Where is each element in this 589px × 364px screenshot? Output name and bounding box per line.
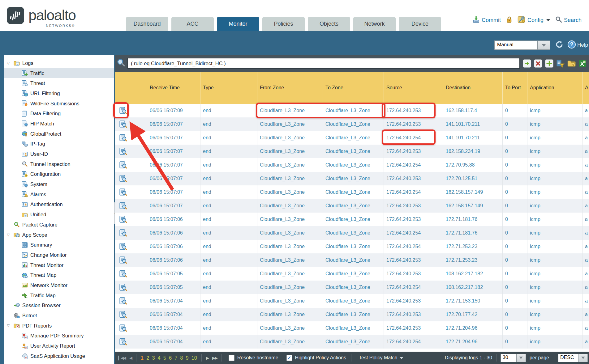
sidebar-item-botnet[interactable]: Botnet bbox=[4, 311, 114, 321]
next-page-icon[interactable]: ▶ bbox=[206, 356, 209, 360]
lock-icon[interactable] bbox=[505, 16, 513, 25]
sidebar-item-globalprotect[interactable]: GlobalProtect bbox=[4, 129, 114, 139]
column-header-a[interactable]: A bbox=[583, 72, 589, 104]
log-detail-icon[interactable] bbox=[115, 267, 131, 281]
expander-icon[interactable]: ▽ bbox=[7, 61, 14, 65]
save-filter-icon[interactable] bbox=[556, 59, 565, 68]
log-detail-icon[interactable] bbox=[115, 199, 131, 213]
last-page-icon[interactable]: ▶▶ bbox=[212, 356, 217, 360]
sidebar-item-user-activity-report[interactable]: User Activity Report bbox=[4, 341, 114, 351]
tab-device[interactable]: Device bbox=[399, 17, 441, 31]
prev-page-icon[interactable]: ◀ bbox=[129, 356, 132, 360]
sidebar-item-configuration[interactable]: Configuration bbox=[4, 169, 114, 180]
page-number-10[interactable]: 10 bbox=[191, 355, 197, 361]
resolve-hostname-checkbox[interactable] bbox=[229, 355, 234, 361]
commit-button[interactable]: Commit bbox=[472, 16, 501, 25]
sidebar-item-traffic[interactable]: Traffic bbox=[4, 68, 114, 78]
log-detail-icon[interactable] bbox=[115, 253, 131, 267]
page-number-2[interactable]: 2 bbox=[146, 355, 149, 361]
log-detail-icon[interactable] bbox=[115, 117, 131, 131]
log-detail-icon[interactable] bbox=[115, 294, 131, 308]
log-detail-icon[interactable] bbox=[115, 172, 131, 185]
log-detail-icon[interactable] bbox=[115, 281, 131, 294]
sidebar-item-authentication[interactable]: Authentication bbox=[4, 200, 114, 210]
sidebar-item-app-scope[interactable]: ▽App Scope bbox=[4, 230, 114, 240]
sidebar-item-threat-monitor[interactable]: Threat Monitor bbox=[4, 260, 114, 270]
sidebar-item-change-monitor[interactable]: Change Monitor bbox=[4, 250, 114, 260]
sidebar-item-packet-capture[interactable]: Packet Capture bbox=[4, 220, 114, 230]
load-filter-icon[interactable] bbox=[567, 59, 576, 68]
page-number-9[interactable]: 9 bbox=[186, 355, 189, 361]
column-header-to-port[interactable]: To Port bbox=[503, 72, 527, 104]
sidebar-item-network-monitor[interactable]: Network Monitor bbox=[4, 280, 114, 290]
config-menu[interactable]: Config bbox=[518, 15, 550, 25]
tab-network[interactable]: Network bbox=[353, 17, 396, 31]
sort-order-select[interactable]: DESC bbox=[558, 354, 588, 362]
column-header-from-zone[interactable]: From Zone bbox=[257, 72, 323, 104]
sidebar-item-ip-tag[interactable]: IP-Tag bbox=[4, 139, 114, 149]
sidebar-item-summary[interactable]: Summary bbox=[4, 240, 114, 250]
page-size-select[interactable]: 30 bbox=[501, 354, 526, 362]
log-detail-icon[interactable] bbox=[115, 185, 131, 199]
clear-filter-button[interactable] bbox=[534, 59, 542, 68]
tab-acc[interactable]: ACC bbox=[171, 17, 214, 31]
log-filter-input[interactable] bbox=[127, 58, 520, 69]
apply-filter-button[interactable] bbox=[523, 59, 531, 68]
tab-monitor[interactable]: Monitor bbox=[217, 17, 259, 31]
expander-icon[interactable]: ▽ bbox=[7, 233, 14, 237]
log-detail-icon[interactable] bbox=[115, 213, 131, 226]
refresh-icon[interactable] bbox=[555, 40, 564, 50]
sidebar-item-session-browser[interactable]: Session Browser bbox=[4, 301, 114, 311]
search-button[interactable]: Search bbox=[555, 16, 582, 24]
log-detail-icon[interactable] bbox=[115, 104, 131, 117]
first-page-icon[interactable]: ▎◀◀ bbox=[118, 356, 126, 360]
page-size-dropdown-button[interactable] bbox=[517, 354, 526, 362]
sidebar-item-alarms[interactable]: Alarms bbox=[4, 189, 114, 200]
export-icon[interactable] bbox=[578, 59, 587, 68]
sidebar-item-data-filtering[interactable]: Data Filtering bbox=[4, 108, 114, 119]
refresh-mode-select[interactable]: Manual bbox=[494, 40, 550, 50]
sidebar-item-threat[interactable]: Threat bbox=[4, 78, 114, 88]
column-header-destination[interactable]: Destination bbox=[443, 72, 503, 104]
sidebar-item-threat-map[interactable]: Threat Map bbox=[4, 270, 114, 280]
log-detail-icon[interactable] bbox=[115, 145, 131, 158]
tab-policies[interactable]: Policies bbox=[262, 17, 305, 31]
page-number-7[interactable]: 7 bbox=[174, 355, 177, 361]
help-label[interactable]: Help bbox=[577, 42, 588, 48]
sidebar-item-tunnel-inspection[interactable]: Tunnel Inspection bbox=[4, 159, 114, 169]
sidebar-item-url-filtering[interactable]: URL Filtering bbox=[4, 88, 114, 99]
refresh-mode-dropdown-button[interactable] bbox=[537, 40, 550, 50]
sidebar-item-manage-pdf-summary[interactable]: Manage PDF Summary bbox=[4, 331, 114, 341]
test-policy-match-button[interactable]: Test Policy Match bbox=[359, 355, 403, 361]
log-detail-icon[interactable] bbox=[115, 158, 131, 172]
log-detail-icon[interactable] bbox=[115, 226, 131, 240]
log-detail-icon[interactable] bbox=[115, 321, 131, 335]
add-filter-button[interactable] bbox=[545, 59, 553, 68]
page-number-6[interactable]: 6 bbox=[169, 355, 172, 361]
sidebar-item-wildfire-submissions[interactable]: WildFire Submissions bbox=[4, 99, 114, 109]
column-header-receive-time[interactable]: Receive Time bbox=[147, 72, 200, 104]
log-detail-icon[interactable] bbox=[115, 308, 131, 321]
column-header-to-zone[interactable]: To Zone bbox=[323, 72, 384, 104]
sidebar-item-user-id[interactable]: User-ID bbox=[4, 149, 114, 159]
column-header-application[interactable]: Application bbox=[527, 72, 583, 104]
sidebar-item-pdf-reports[interactable]: ▽PDF Reports bbox=[4, 321, 114, 331]
sort-order-dropdown-button[interactable] bbox=[578, 354, 588, 362]
page-number-5[interactable]: 5 bbox=[163, 355, 166, 361]
sidebar-item-logs[interactable]: ▽Logs bbox=[4, 58, 114, 68]
page-number-1[interactable]: 1 bbox=[141, 355, 144, 361]
column-header-type[interactable]: Type bbox=[200, 72, 257, 104]
sidebar-item-hip-match[interactable]: HIP Match bbox=[4, 119, 114, 129]
sidebar-item-unified[interactable]: Unified bbox=[4, 210, 114, 220]
expander-icon[interactable]: ▽ bbox=[7, 324, 14, 328]
log-detail-icon[interactable] bbox=[115, 131, 131, 145]
sidebar-item-traffic-map[interactable]: Traffic Map bbox=[4, 290, 114, 301]
log-detail-icon[interactable] bbox=[115, 335, 131, 349]
sidebar-item-saas-application-usage[interactable]: SaaS Application Usage bbox=[4, 351, 114, 361]
tab-objects[interactable]: Objects bbox=[308, 17, 350, 31]
page-number-8[interactable]: 8 bbox=[180, 355, 183, 361]
log-detail-icon[interactable] bbox=[115, 240, 131, 253]
page-number-4[interactable]: 4 bbox=[158, 355, 161, 361]
column-header-source[interactable]: Source bbox=[384, 72, 443, 104]
sidebar-item-system[interactable]: System bbox=[4, 179, 114, 189]
